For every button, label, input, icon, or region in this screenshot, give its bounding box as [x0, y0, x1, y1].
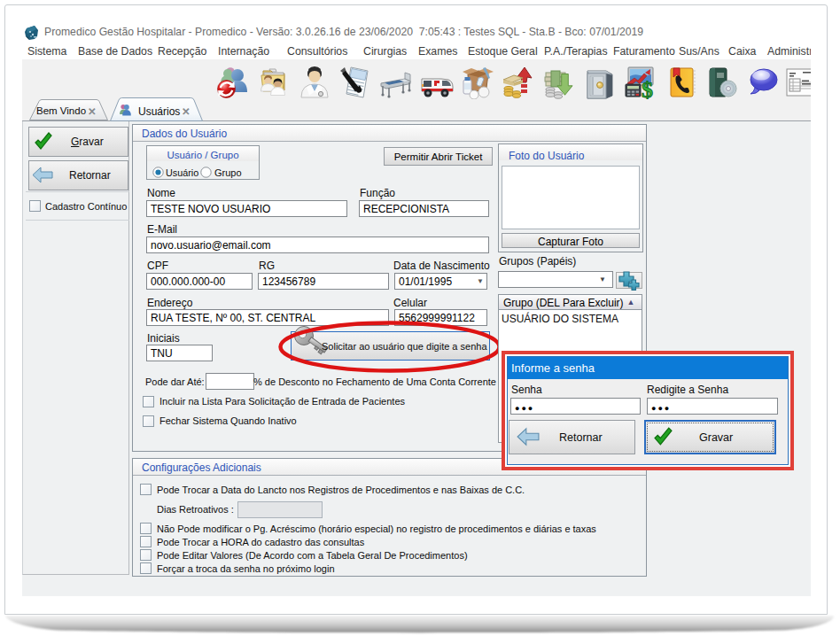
svg-text:$: $: [642, 77, 653, 99]
